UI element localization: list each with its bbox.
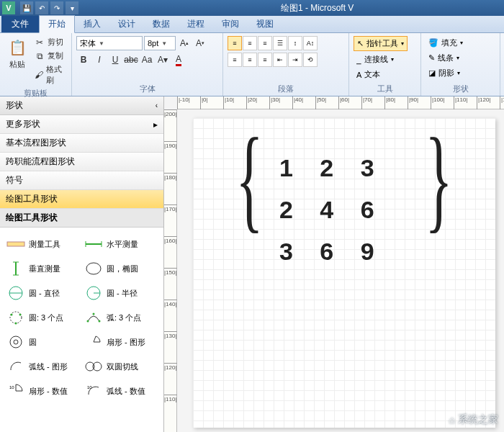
font-size-button[interactable]: A▾: [156, 53, 170, 67]
canvas-area[interactable]: |-10||0||10||20||30||40||50||60||70||80|…: [164, 96, 504, 432]
tab-design[interactable]: 设计: [109, 16, 144, 32]
group-label-font: 字体: [76, 82, 218, 94]
tab-insert[interactable]: 插入: [75, 16, 109, 32]
strikethrough-button[interactable]: abc: [124, 53, 138, 67]
font-family-combo[interactable]: 宋体▼: [76, 36, 143, 50]
quick-access-toolbar: 💾 ↶ ↷ ▾: [20, 1, 78, 14]
copy-button[interactable]: ⧉复制: [33, 50, 67, 62]
increase-indent-button[interactable]: ⇥: [288, 53, 302, 67]
undo-icon[interactable]: ↶: [35, 1, 48, 14]
group-label-shape: 形状: [426, 82, 495, 94]
shape-arc-3points[interactable]: 弧: 3 个点: [81, 305, 158, 330]
circle-radius-icon: [84, 285, 104, 301]
right-brace-icon: }: [425, 112, 452, 246]
chevron-down-icon: ▾: [457, 70, 460, 76]
rotate-text-button[interactable]: ⟲: [303, 53, 318, 67]
align-right-button[interactable]: ≡: [258, 53, 272, 67]
align-top-right-button[interactable]: ≡: [258, 36, 272, 50]
text-direction-button[interactable]: A↕: [303, 36, 318, 50]
matrix-content: 1 2 32 4 63 6 9: [279, 147, 384, 272]
tab-view[interactable]: 视图: [248, 16, 282, 32]
shape-sector-graphic[interactable]: 扇形 - 图形: [81, 330, 158, 354]
shape-arc-graphic[interactable]: 弧线 - 图形: [3, 354, 81, 379]
shapes-cat-drawing-tools[interactable]: 绘图工具形状: [0, 190, 163, 209]
horizontal-ruler-icon: [84, 236, 104, 252]
tab-data[interactable]: 数据: [144, 16, 179, 32]
font-color-button[interactable]: A: [171, 53, 186, 67]
align-left-button[interactable]: ≡: [228, 53, 242, 67]
align-top-left-button[interactable]: ≡: [228, 36, 242, 50]
ribbon-group-tools: ↖指针工具▾ ⎯连接线▾ A文本 工具: [349, 33, 421, 96]
chevron-left-icon[interactable]: ‹: [156, 102, 158, 109]
textbox-button[interactable]: A文本: [354, 68, 408, 81]
shape-sector-value[interactable]: 10扇形 - 数值: [3, 379, 81, 403]
svg-point-19: [10, 336, 22, 348]
shape-circle[interactable]: 圆: [3, 330, 81, 354]
redo-icon[interactable]: ↷: [50, 1, 63, 14]
format-painter-button[interactable]: 🖌格式刷: [33, 63, 67, 86]
shape-horizontal-measure[interactable]: 水平测量: [81, 232, 158, 256]
shrink-font-button[interactable]: A▾: [193, 36, 207, 50]
shapes-cat-symbols[interactable]: 符号: [0, 171, 163, 190]
bold-button[interactable]: B: [76, 53, 91, 67]
align-center-button[interactable]: ≡: [243, 53, 257, 67]
line-button[interactable]: ✎线条▾: [426, 51, 466, 65]
change-case-button[interactable]: Aa: [140, 53, 154, 67]
pointer-tool-button[interactable]: ↖指针工具▾: [354, 36, 408, 51]
pen-icon: ✎: [428, 53, 435, 63]
app-icon: V: [2, 1, 15, 14]
ribbon: 📋 粘贴 ✂剪切 ⧉复制 🖌格式刷 剪贴板 宋体▼ 8pt▼ A▴ A▾: [0, 33, 504, 96]
text-icon: A: [356, 71, 361, 79]
line-spacing-button[interactable]: ↕: [288, 36, 302, 50]
connector-button[interactable]: ⎯连接线▾: [354, 53, 408, 66]
shapes-panel-title: 形状 ‹: [0, 96, 163, 115]
arc-icon: [6, 359, 26, 374]
vertical-ruler-icon: [6, 261, 26, 276]
shapes-cat-basic-flowchart[interactable]: 基本流程图形状: [0, 134, 163, 153]
tab-file[interactable]: 文件: [1, 16, 39, 32]
underline-button[interactable]: U: [108, 53, 122, 67]
ellipse-icon: [84, 261, 104, 276]
paste-button[interactable]: 📋 粘贴: [4, 36, 30, 71]
grow-font-button[interactable]: A▴: [177, 36, 192, 50]
font-size-combo[interactable]: 8pt▼: [144, 36, 176, 50]
shape-circle-3points[interactable]: 圆: 3 个点: [3, 305, 81, 330]
ribbon-group-font: 宋体▼ 8pt▼ A▴ A▾ B I U abc Aa A▾ A 字体: [72, 33, 223, 96]
copy-icon: ⧉: [35, 51, 45, 61]
shape-arc-value[interactable]: 10弧线 - 数值: [81, 379, 158, 403]
shadow-icon: ◪: [428, 68, 436, 78]
ribbon-group-paragraph: ≡ ≡ ≡ ☰ ↕ A↕ ≡ ≡ ≡ ⇤ ⇥ ⟲ 段落: [223, 33, 349, 96]
shape-vertical-measure[interactable]: 垂直测量: [3, 256, 81, 281]
svg-point-18: [99, 320, 101, 323]
italic-button[interactable]: I: [92, 53, 107, 67]
qat-customize-icon[interactable]: ▾: [66, 1, 78, 14]
shape-ellipse[interactable]: 圆，椭圆: [81, 256, 158, 281]
save-icon[interactable]: 💾: [20, 1, 33, 14]
drawing-page[interactable]: { } 1 2 32 4 63 6 9: [193, 118, 495, 428]
arc-value-icon: 10: [84, 383, 104, 399]
shapes-cat-more[interactable]: 更多形状▸: [0, 115, 163, 134]
fill-button[interactable]: 🪣填充▾: [426, 36, 466, 50]
tab-review[interactable]: 审阅: [213, 16, 248, 32]
group-label-clipboard: 剪贴板: [4, 86, 67, 99]
shape-circle-diameter[interactable]: 圆 - 直径: [3, 281, 81, 305]
svg-text:10: 10: [87, 385, 92, 390]
bullets-button[interactable]: ☰: [273, 36, 287, 50]
shape-tangent-circles[interactable]: 双圆切线: [81, 354, 158, 379]
tab-process[interactable]: 进程: [179, 16, 213, 32]
shadow-button[interactable]: ◪阴影▾: [426, 66, 466, 80]
chevron-down-icon: ▾: [460, 40, 463, 46]
tab-home[interactable]: 开始: [39, 15, 75, 33]
shapes-panel: 形状 ‹ 更多形状▸ 基本流程图形状 跨职能流程图形状 符号 绘图工具形状 绘图…: [0, 96, 164, 432]
align-top-center-button[interactable]: ≡: [243, 36, 257, 50]
ruler-vertical: |200||190||180||170||160||150||140||130|…: [164, 109, 177, 432]
shapes-cat-crossfunctional[interactable]: 跨职能流程图形状: [0, 153, 163, 171]
shape-measure-tool[interactable]: 测量工具: [3, 232, 81, 256]
chevron-down-icon: ▾: [456, 55, 459, 61]
cut-button[interactable]: ✂剪切: [33, 36, 67, 48]
decrease-indent-button[interactable]: ⇤: [273, 53, 287, 67]
circle-target-icon: [6, 334, 26, 350]
workspace: 形状 ‹ 更多形状▸ 基本流程图形状 跨职能流程图形状 符号 绘图工具形状 绘图…: [0, 96, 504, 432]
chevron-down-icon: ▾: [401, 40, 404, 47]
shape-circle-radius[interactable]: 圆 - 半径: [81, 281, 158, 305]
